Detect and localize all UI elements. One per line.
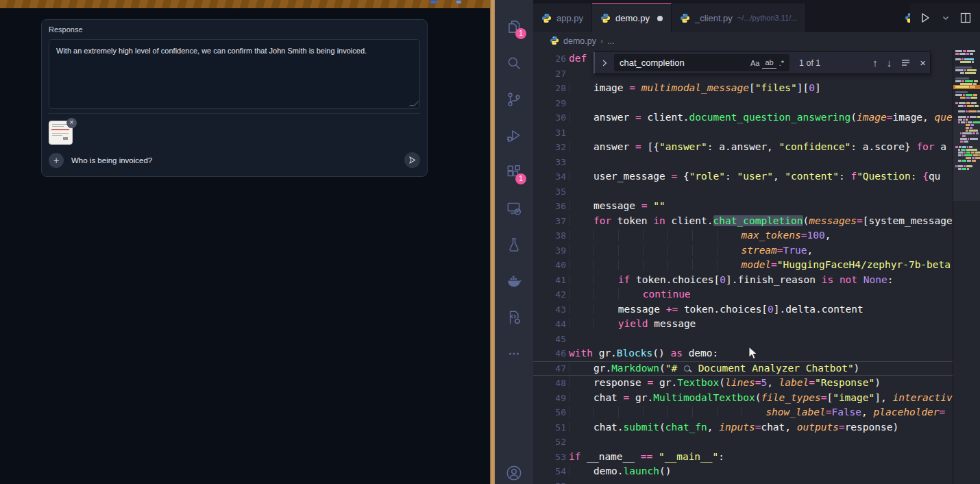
activity-source-control-icon[interactable]	[498, 81, 530, 117]
activity-extensions-icon[interactable]: 1	[498, 154, 530, 190]
find-in-selection-button[interactable]	[901, 58, 911, 68]
line-number: 50	[533, 405, 566, 420]
tab-_client.py[interactable]: _client.py~/.../python3.11/...	[672, 3, 806, 32]
toggle-replace-chevron-icon[interactable]	[599, 58, 610, 69]
minimap-row	[955, 102, 979, 104]
code-line: 46with gr.Blocks() as demo:	[533, 346, 953, 361]
find-widget: Aa ab .* 1 of 1 ↑ ↓ ×	[593, 51, 931, 74]
tab-label: demo.py	[615, 13, 650, 23]
line-number: 40	[533, 258, 566, 273]
response-textarea[interactable]: With an extremely high level of confiden…	[49, 39, 420, 109]
line-number: 47	[533, 361, 566, 376]
minimap-row	[955, 58, 979, 60]
editor-actions	[910, 3, 980, 32]
minimap-row	[955, 110, 979, 112]
breadcrumb-ellipsis[interactable]: ...	[607, 36, 614, 46]
code-line: 48 response = gr.Textbox(lines=5, label=…	[533, 376, 953, 391]
code-line: 30 answer = client.document_question_ans…	[533, 110, 953, 125]
code-line: 42 continue	[533, 287, 953, 302]
minimap-row	[955, 94, 979, 96]
line-number: 41	[533, 273, 566, 288]
run-dropdown-chevron-icon[interactable]	[942, 14, 950, 22]
tab-overflow-area	[806, 3, 910, 32]
line-number: 28	[533, 81, 566, 96]
minimap-row	[955, 77, 979, 80]
minimap-row	[955, 83, 979, 85]
line-number: 46	[533, 346, 566, 361]
editor-group: app.py demo.py _client.py~/.../python3.1…	[533, 0, 980, 484]
window-divider[interactable]	[490, 0, 495, 484]
line-number: 43	[533, 302, 566, 317]
minimap-row	[955, 91, 979, 93]
resize-handle-icon[interactable]	[408, 100, 421, 106]
attached-image-thumbnail[interactable]: ×	[49, 121, 73, 145]
gradio-app-window: Response With an extremely high level of…	[0, 0, 490, 484]
tab-label: app.py	[556, 13, 583, 23]
next-match-button[interactable]: ↓	[887, 58, 892, 68]
minimap[interactable]	[953, 50, 980, 484]
minimap-row	[955, 66, 979, 69]
minimap-row	[955, 53, 979, 55]
chevron-right-icon: ›	[600, 36, 603, 46]
line-number: 34	[533, 169, 566, 184]
code-line: 31	[533, 125, 953, 141]
minimap-row	[955, 105, 979, 107]
python-icon	[550, 36, 559, 47]
line-number: 32	[533, 140, 566, 155]
code-line: 50 show_label=False, placeholder=	[533, 405, 953, 420]
whole-word-button[interactable]: ab	[762, 57, 776, 69]
code-line: 28 image = multimodal_message["files"][0…	[533, 81, 953, 96]
tab-list: app.py demo.py _client.py~/.../python3.1…	[533, 3, 806, 32]
code-line: 51 chat.submit(chat_fn, inputs=chat, out…	[533, 420, 953, 435]
run-python-file-button[interactable]	[918, 11, 932, 25]
tab-description: ~/.../python3.11/...	[737, 14, 798, 22]
activity-more-icon[interactable]	[498, 335, 530, 372]
line-number: 27	[533, 66, 566, 82]
attach-file-button[interactable]: +	[49, 153, 64, 168]
find-input-wrap: Aa ab .*	[614, 54, 789, 71]
minimap-viewport[interactable]	[953, 119, 980, 201]
python-icon	[905, 12, 910, 23]
tab-demo.py[interactable]: demo.py	[592, 3, 672, 32]
code-line: 35	[533, 184, 953, 199]
previous-match-button[interactable]: ↑	[872, 58, 878, 68]
line-number: 42	[533, 287, 566, 302]
close-find-button[interactable]: ×	[920, 58, 926, 68]
activity-run-debug-icon[interactable]	[498, 117, 530, 154]
split-editor-button[interactable]	[959, 12, 972, 24]
match-case-button[interactable]: Aa	[748, 58, 762, 69]
line-number: 26	[533, 51, 566, 66]
activity-snippets-icon[interactable]	[498, 299, 530, 335]
line-number: 48	[533, 376, 566, 391]
remove-attachment-button[interactable]: ×	[66, 118, 77, 128]
tab-app.py[interactable]: app.py	[533, 3, 592, 32]
code-editor[interactable]: 26def chat_fn(multimodal_message):2728 i…	[533, 50, 980, 484]
browser-strip-dot	[430, 1, 437, 3]
breadcrumb-file[interactable]: demo.py	[563, 36, 596, 46]
find-input[interactable]	[620, 58, 748, 68]
activity-explorer-icon[interactable]: 1	[498, 8, 530, 45]
activity-account-icon[interactable]	[498, 455, 530, 484]
code-line: 39 stream=True,	[533, 243, 953, 258]
minimap-row	[955, 50, 979, 52]
code-line: 47 gr.Markdown("# Document Analyzer Chat…	[533, 361, 953, 376]
minimap-row	[955, 97, 979, 99]
minimap-row	[955, 61, 979, 63]
screen: Response With an extremely high level of…	[0, 0, 980, 484]
line-number: 52	[533, 435, 566, 450]
modified-dot[interactable]	[657, 16, 663, 21]
code-line: 43 message += token.choices[0].delta.con…	[533, 302, 953, 317]
activity-search-icon[interactable]	[498, 45, 530, 81]
line-number: 33	[533, 155, 566, 170]
activity-docker-icon[interactable]	[498, 263, 530, 299]
send-button[interactable]	[404, 152, 420, 168]
chat-input[interactable]	[71, 156, 404, 165]
activity-remote-explorer-icon[interactable]	[498, 190, 530, 226]
code-line: 44 yield message	[533, 317, 953, 332]
regex-button[interactable]: .*	[776, 58, 787, 69]
activity-testing-icon[interactable]	[498, 226, 530, 263]
response-panel: Response With an extremely high level of…	[41, 19, 428, 177]
magnifier-icon	[684, 365, 690, 372]
breadcrumb[interactable]: demo.py › ...	[533, 32, 980, 50]
send-icon	[408, 156, 417, 165]
